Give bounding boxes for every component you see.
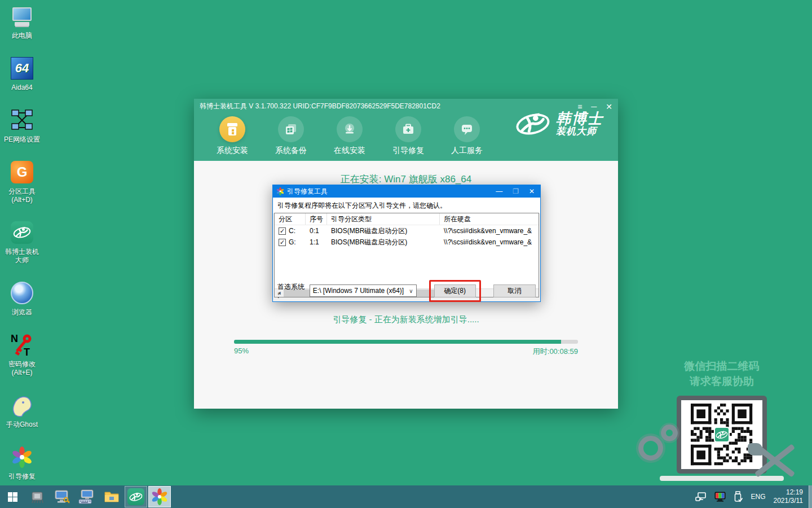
toolbar-item-system-install[interactable]: 系统安装: [214, 116, 250, 156]
this-pc-icon: [9, 3, 35, 29]
progress-track: [234, 340, 578, 344]
taskbar-hanboshi-app[interactable]: [125, 486, 147, 507]
desktop-icon-ghost[interactable]: 手动Ghost: [1, 392, 43, 429]
start-button[interactable]: [0, 485, 25, 508]
network-settings-icon: [9, 107, 35, 133]
dialog-minimize-icon[interactable]: —: [496, 187, 502, 195]
boot-repair-status-text: 引导修复 - 正在为新装系统增加引导.....: [194, 314, 618, 325]
show-desktop-button[interactable]: [809, 485, 812, 508]
toolbar-item-online-install[interactable]: 在线安装: [332, 116, 368, 156]
boot-repair-dialog: 引导修复工具 — ❐ ✕ 引导修复程序即将在以下分区写入引导文件，请您确认。 分…: [272, 185, 541, 302]
toolbar-item-boot-repair[interactable]: 引导修复: [390, 116, 426, 156]
dialog-close-icon[interactable]: ✕: [529, 187, 535, 195]
qr-caption-line1: 微信扫描二维码: [637, 358, 806, 374]
qr-laptop-frame: [677, 396, 767, 474]
tray-display-icon[interactable]: [714, 492, 726, 502]
desktop-icon-label: 此电脑: [12, 32, 32, 40]
progress-percent: 95%: [234, 347, 249, 357]
taskbar: ENG 12:19 2021/3/11: [0, 485, 812, 508]
partition-row-g[interactable]: ✓ G: 1:1 BIOS(MBR磁盘启动分区) \\?\scsi#disk&v…: [275, 237, 539, 248]
main-window-header: 韩博士装机工具 V 3.1.700.322 URID:CF7F9BDF82073…: [194, 99, 618, 161]
toolbar-item-system-backup[interactable]: 系统备份: [273, 116, 309, 156]
tray-time: 12:19: [774, 488, 804, 497]
checkbox-checked[interactable]: ✓: [279, 227, 286, 235]
diskgenius-icon: G: [9, 159, 35, 185]
tray-usb-icon[interactable]: [734, 491, 743, 502]
partition-disk: \\?\scsi#disk&ven_vmware_&: [440, 238, 539, 246]
column-header-disk[interactable]: 所在硬盘: [440, 213, 539, 225]
svg-text:N: N: [11, 333, 18, 344]
desktop-icon-password-reset[interactable]: N T 密码修改 (Alt+E): [1, 332, 43, 377]
dialog-message: 引导修复程序即将在以下分区写入引导文件，请您确认。: [273, 198, 540, 213]
partition-row-c[interactable]: ✓ C: 0:1 BIOS(MBR磁盘启动分区) \\?\scsi#disk&v…: [275, 225, 539, 237]
preferred-system-select[interactable]: E:\ [Windows 7 Ultimate (x64)] ∨: [310, 284, 417, 297]
qr-caption-line2: 请求客服协助: [637, 374, 806, 389]
wrench-screwdriver-icon: [751, 436, 802, 481]
column-header-seq[interactable]: 序号: [306, 213, 327, 225]
taskbar-boot-repair-app[interactable]: [148, 486, 171, 507]
taskbar-file-explorer[interactable]: [99, 485, 124, 508]
brand-line1: 韩博士: [556, 111, 603, 126]
desktop-icon-hanboshi[interactable]: 韩博士装机 大师: [1, 220, 43, 265]
desktop-icon-boot-repair[interactable]: 引导修复: [1, 444, 43, 481]
toolbar-item-human-service[interactable]: 人工服务: [449, 116, 485, 156]
preferred-system-label: 首选系统 :: [277, 282, 307, 300]
wechat-help-panel: 微信扫描二维码 请求客服协助: [637, 358, 806, 481]
pinwheel-taskbar-icon: [151, 488, 168, 505]
taskbar-screen-tool[interactable]: [50, 485, 74, 508]
desktop-icon-label: 手动Ghost: [6, 421, 38, 429]
system-install-icon: [219, 116, 245, 142]
desktop-icon-label: 韩博士装机 大师: [5, 248, 39, 265]
system-tray: ENG 12:19 2021/3/11: [695, 488, 809, 505]
column-header-type[interactable]: 引导分区类型: [327, 213, 440, 225]
monitor-key-icon: [54, 489, 70, 504]
cancel-button[interactable]: 取消: [493, 284, 536, 297]
dialog-maximize-icon[interactable]: ❐: [513, 187, 519, 195]
dialog-titlebar[interactable]: 引导修复工具 — ❐ ✕: [273, 185, 540, 198]
memory-chip-icon: [29, 490, 45, 503]
main-window-title: 韩博士装机工具 V 3.1.700.322 URID:CF7F9BDF82073…: [200, 102, 577, 111]
system-backup-icon: [278, 116, 304, 142]
qr-code: [681, 400, 762, 469]
taskbar-keyboard-tool[interactable]: [74, 485, 99, 508]
ok-button[interactable]: 确定(8): [434, 284, 476, 297]
ghost-icon: [9, 392, 35, 418]
dialog-bottom-bar: 首选系统 : E:\ [Windows 7 Ultimate (x64)] ∨ …: [273, 283, 540, 298]
desktop-icon-label: 引导修复: [8, 472, 36, 481]
desktop-icon-aida64[interactable]: 64 Aida64: [1, 55, 43, 92]
desktop-icon-pe-network[interactable]: PE网络设置: [1, 107, 43, 144]
taskbar-memory-tool[interactable]: [25, 485, 50, 508]
desktop-icon-label: Aida64: [11, 84, 32, 92]
partition-disk: \\?\scsi#disk&ven_vmware_&: [440, 227, 539, 235]
progress-fill: [234, 340, 561, 344]
partition-type: BIOS(MBR磁盘启动分区): [327, 238, 440, 247]
partition-type: BIOS(MBR磁盘启动分区): [327, 226, 440, 236]
column-header-partition[interactable]: 分区: [275, 213, 306, 225]
hanboshi-brand-logo: 韩博士 装机大师: [515, 111, 603, 137]
desktop-icon-label: PE网络设置: [4, 135, 40, 144]
toolbar-label: 引导修复: [392, 146, 424, 156]
brand-line2: 装机大师: [556, 126, 603, 137]
aida64-icon: 64: [9, 55, 35, 81]
hanboshi-logo-icon: [515, 112, 550, 137]
svg-text:T: T: [24, 347, 30, 357]
desktop-icon-label: 密码修改 (Alt+E): [8, 360, 36, 377]
dialog-title: 引导修复工具: [287, 187, 496, 196]
tray-clock[interactable]: 12:19 2021/3/11: [774, 488, 804, 505]
windows-logo-icon: [8, 492, 17, 502]
desktop-icon-this-pc[interactable]: 此电脑: [1, 3, 43, 40]
tray-network-icon[interactable]: [695, 492, 707, 501]
desktop-icon-label: 浏览器: [12, 308, 32, 317]
keyboard-monitor-icon: [78, 489, 95, 504]
hanboshi-icon: [9, 220, 35, 246]
partition-list-header: 分区 序号 引导分区类型 所在硬盘: [275, 213, 539, 225]
tray-language[interactable]: ENG: [751, 493, 765, 501]
tray-date: 2021/3/11: [774, 497, 804, 505]
desktop-icon-partition-tool[interactable]: G 分区工具 (Alt+D): [1, 159, 43, 204]
checkbox-checked[interactable]: ✓: [279, 239, 286, 246]
desktop-icon-browser[interactable]: 浏览器: [1, 280, 43, 317]
boot-repair-pinwheel-icon: [9, 444, 35, 470]
close-icon[interactable]: ✕: [606, 102, 612, 111]
partition-letter: G:: [289, 238, 296, 246]
qr-center-logo-icon: [714, 427, 730, 443]
